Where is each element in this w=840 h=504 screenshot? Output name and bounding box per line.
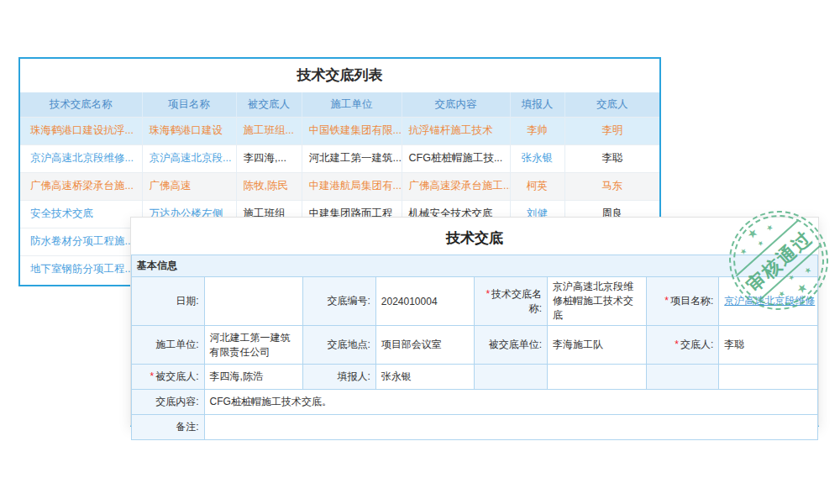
receiver-cell: 李四海,... (236, 144, 302, 172)
disclosure-detail-dialog: 技术交底 基本信息 日期: 交底编号: 2024010004 *技术交底名称: … (130, 217, 819, 427)
contractor-cell: 中建港航局集团有... (302, 172, 402, 200)
section-header-basic-info: 基本信息 (132, 255, 818, 277)
required-asterisk: * (675, 339, 679, 350)
project-name-label: *项目名称: (646, 277, 719, 326)
disclosure-name-label: *技术交底名称: (475, 277, 548, 326)
receiving-unit-label: 被交底单位: (475, 326, 548, 365)
disclosure-name-field[interactable]: 京沪高速北京段维修桩帽施工技术交底 (548, 277, 647, 326)
location-field[interactable]: 项目部会议室 (375, 326, 475, 365)
reporter-cell[interactable]: 张永银 (510, 144, 564, 172)
empty-label (475, 365, 548, 390)
disclosure-no-label: 交底编号: (303, 277, 376, 326)
receiver-field[interactable]: 李四海,陈浩 (204, 365, 303, 390)
empty-field (548, 365, 647, 390)
col-header-disclosure-name: 技术交底名称 (20, 92, 142, 117)
reporter-field[interactable]: 张永银 (375, 365, 475, 390)
discloser-cell: 李聪 (564, 144, 659, 172)
contractor-label: 施工单位: (132, 326, 205, 365)
table-row: 京沪高速北京段维修... 京沪高速北京段... 李四海,... 河北建工第一建筑… (20, 144, 659, 172)
date-field[interactable] (204, 277, 303, 326)
project-name-cell[interactable]: 京沪高速北京段... (142, 144, 236, 172)
project-link[interactable]: 京沪高速北京段维修 (724, 295, 815, 307)
project-name-field: 京沪高速北京段维修 (719, 277, 818, 326)
disclosure-name-link[interactable]: 京沪高速北京段维修... (20, 144, 142, 172)
empty-label (646, 365, 719, 390)
disclosure-name-link[interactable]: 安全技术交底 (20, 200, 142, 228)
reporter-label: 填报人: (303, 365, 376, 390)
project-name-cell[interactable]: 珠海鹤港口建设 (142, 117, 236, 144)
disclosure-name-link[interactable]: 广佛高速桥梁承台施... (20, 172, 142, 200)
table-header-row: 技术交底名称 项目名称 被交底人 施工单位 交底内容 填报人 交底人 (20, 92, 659, 117)
table-row: 珠海鹤港口建设抗浮... 珠海鹤港口建设 施工班组... 中国铁建集团有限...… (20, 117, 659, 144)
content-field[interactable]: CFG桩桩帽施工技术交底。 (204, 390, 817, 415)
col-header-content: 交底内容 (402, 92, 510, 117)
location-label: 交底地点: (303, 326, 376, 365)
discloser-label: *交底人: (646, 326, 719, 365)
receiver-cell: 陈牧,陈民 (236, 172, 302, 200)
disclosure-name-link[interactable]: 地下室钢筋分项工程... (20, 255, 142, 283)
required-asterisk: * (664, 295, 669, 307)
receiver-label: *被交底人: (132, 365, 205, 390)
required-asterisk: * (486, 288, 490, 300)
content-cell: 广佛高速梁承台施工... (402, 172, 510, 200)
content-cell: CFG桩桩帽施工技... (402, 144, 510, 172)
remarks-field[interactable] (204, 415, 817, 440)
discloser-cell: 马东 (564, 172, 659, 200)
detail-title: 技术交底 (131, 218, 818, 255)
discloser-cell: 李明 (564, 117, 659, 144)
date-label: 日期: (132, 277, 205, 326)
disclosure-name-link[interactable]: 珠海鹤港口建设抗浮... (20, 117, 142, 144)
required-asterisk: * (150, 370, 155, 382)
list-title: 技术交底列表 (20, 59, 659, 92)
col-header-receiver: 被交底人 (236, 92, 302, 117)
col-header-project-name: 项目名称 (142, 92, 236, 117)
receiver-cell: 施工班组... (236, 117, 302, 144)
col-header-reporter: 填报人 (510, 92, 564, 117)
table-row: 广佛高速桥梁承台施... 广佛高速 陈牧,陈民 中建港航局集团有... 广佛高速… (20, 172, 659, 200)
content-cell: 抗浮锚杆施工技术 (402, 117, 510, 144)
col-header-contractor: 施工单位 (302, 92, 402, 117)
disclosure-name-link[interactable]: 防水卷材分项工程施... (20, 228, 142, 255)
content-label: 交底内容: (132, 390, 205, 415)
col-header-discloser: 交底人 (564, 92, 659, 117)
remarks-label: 备注: (132, 415, 205, 440)
detail-form-table: 基本信息 日期: 交底编号: 2024010004 *技术交底名称: 京沪高速北… (131, 255, 818, 440)
contractor-cell: 河北建工第一建筑... (302, 144, 402, 172)
reporter-cell: 柯英 (510, 172, 564, 200)
reporter-cell: 李帅 (510, 117, 564, 144)
contractor-cell: 中国铁建集团有限... (302, 117, 402, 144)
empty-field (719, 365, 818, 390)
discloser-field[interactable]: 李聪 (719, 326, 818, 365)
project-name-cell[interactable]: 广佛高速 (142, 172, 236, 200)
disclosure-no-field[interactable]: 2024010004 (375, 277, 475, 326)
receiving-unit-field[interactable]: 李海施工队 (548, 326, 647, 365)
contractor-field[interactable]: 河北建工第一建筑有限责任公司 (204, 326, 303, 365)
